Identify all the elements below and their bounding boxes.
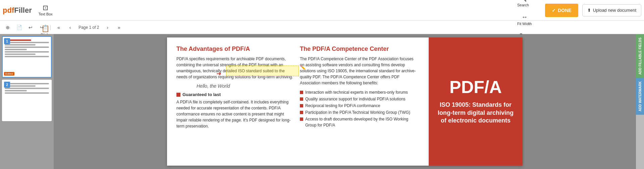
- logo-filler: Filler: [14, 6, 32, 15]
- bullet-icon: [300, 97, 303, 101]
- hello-annotation-text: Hello, the World: [197, 83, 293, 89]
- text-highlight-annotation[interactable]: [226, 66, 299, 76]
- done-label: DONE: [558, 8, 571, 13]
- bullet-icon: [300, 91, 303, 94]
- next-next-page[interactable]: »: [114, 22, 124, 32]
- tool-textbox-button[interactable]: ⊡Text Box: [36, 0, 55, 21]
- watermark-label: ADD WATERMARK: [638, 81, 642, 111]
- upload-icon: ⬆: [587, 8, 591, 13]
- fillable-fields-label: ADD FILLABLE FIELDS: [638, 37, 642, 75]
- page-info: Page 1 of 2: [78, 25, 99, 30]
- bullet-icon: [300, 104, 303, 107]
- left-col-title: The Advantages of PDF/A: [176, 46, 293, 53]
- document-area: ✏️ ➜ The Advantages of PDF/A PDF/A speci…: [54, 34, 636, 169]
- add-fillable-fields-tab[interactable]: ADD FILLABLE FIELDS: [636, 34, 644, 78]
- arrow-annotation[interactable]: ➜: [216, 70, 221, 77]
- bullet-list: Interaction with technical experts in me…: [300, 89, 417, 128]
- textbox-label: Text Box: [39, 12, 53, 16]
- mid-column: The PDF/A Competence Center The PDF/A Co…: [300, 46, 423, 158]
- prev-prev-page[interactable]: «: [54, 22, 64, 32]
- next-page[interactable]: ›: [103, 22, 113, 32]
- list-item: Access to draft documents developed by t…: [300, 116, 417, 128]
- tool-fit-width-button[interactable]: ↔Fit Width: [514, 10, 535, 29]
- page-thumb-1-num: 1: [4, 38, 10, 44]
- redo-button[interactable]: ↪: [37, 22, 47, 32]
- list-item: Participation in the PDF/A Technical Wor…: [300, 109, 417, 115]
- undo-button[interactable]: ↩: [25, 22, 36, 32]
- section-icon: [176, 93, 180, 97]
- app-logo: pdfFiller: [3, 6, 32, 15]
- list-item: Reciprocal testing for PDF/A conformance: [300, 103, 417, 109]
- done-checkmark-icon: ✓: [552, 8, 556, 13]
- section-title: Guaranteed to last: [182, 92, 221, 97]
- logo-pdf: pdf: [3, 6, 14, 15]
- section-body: A PDF/A file is completely self-containe…: [176, 99, 293, 129]
- right-tabs: ADD FILLABLE FIELDS ADD WATERMARK: [636, 34, 644, 169]
- page-thumb-2[interactable]: 2: [2, 80, 52, 121]
- prev-page[interactable]: ‹: [65, 22, 75, 32]
- page-thumb-2-num: 2: [4, 82, 10, 88]
- edit-icon[interactable]: ✏️: [300, 65, 306, 70]
- textbox-icon: ⊡: [43, 4, 48, 11]
- list-item: Quality assurance support for individual…: [300, 96, 417, 102]
- right-col-big-title: PDF/A: [449, 78, 502, 96]
- mid-col-intro: The PDF/A Competence Center of the PDF A…: [300, 56, 417, 86]
- tool-search-button[interactable]: 🔍Search: [514, 0, 532, 10]
- search-label: Search: [517, 3, 529, 7]
- fit-width-icon: ↔: [522, 14, 528, 21]
- bullet-icon: [300, 111, 303, 114]
- page-thumb-1-edited: Edited: [4, 72, 14, 76]
- upload-label: Upload new document: [593, 8, 636, 13]
- paste-button[interactable]: 📄: [14, 22, 24, 32]
- mid-col-title: The PDF/A Competence Center: [300, 46, 417, 53]
- page-thumb-1[interactable]: 1 Edited: [2, 36, 52, 78]
- fit-width-label: Fit Width: [517, 22, 532, 26]
- right-col-subtitle: ISO 19005: Standards for long-term digit…: [435, 101, 516, 124]
- search-icon: 🔍: [519, 0, 527, 2]
- right-column: PDF/A ISO 19005: Standards for long-term…: [429, 37, 523, 166]
- main-area: 1 Edited 2: [0, 34, 644, 169]
- copy-button[interactable]: ⊕: [3, 22, 13, 32]
- list-item: Interaction with technical experts in me…: [300, 89, 417, 95]
- left-column: The Advantages of PDF/A PDF/A specifies …: [176, 46, 300, 158]
- sep1: |: [50, 24, 51, 30]
- add-watermark-tab[interactable]: ADD WATERMARK: [636, 78, 644, 115]
- main-toolbar: pdfFiller TText✍Sign▦Date✕Cross✓Check○Ci…: [0, 0, 644, 21]
- page-content: ✏️ ➜ The Advantages of PDF/A PDF/A speci…: [167, 37, 523, 166]
- done-button[interactable]: ✓ DONE: [545, 4, 578, 17]
- bullet-icon: [300, 117, 303, 121]
- upload-button[interactable]: ⬆ Upload new document: [582, 4, 641, 16]
- page-sidebar: 1 Edited 2: [0, 34, 54, 169]
